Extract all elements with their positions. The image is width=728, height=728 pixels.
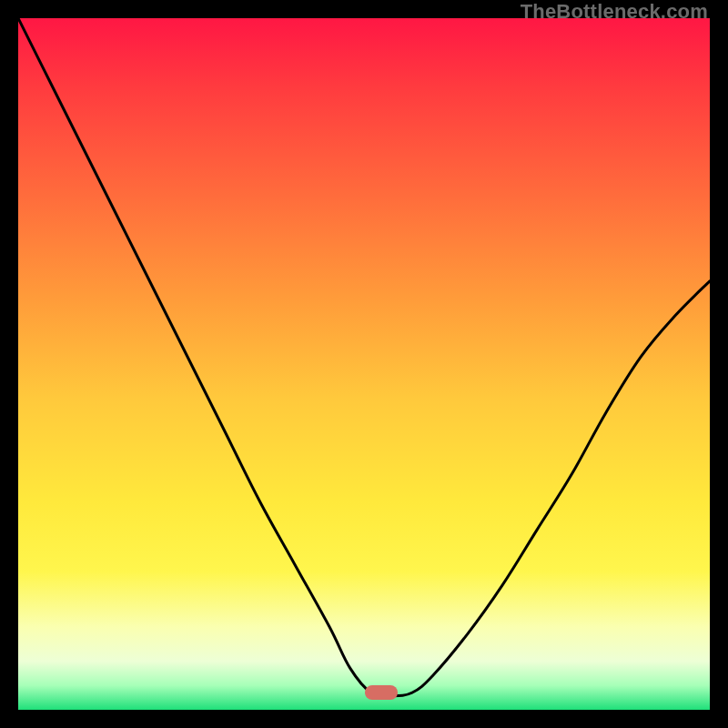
optimum-marker — [365, 685, 398, 700]
plot-frame — [18, 18, 710, 710]
bottleneck-chart — [18, 18, 710, 710]
watermark-text: TheBottleneck.com — [521, 0, 708, 24]
gradient-background — [18, 18, 710, 710]
